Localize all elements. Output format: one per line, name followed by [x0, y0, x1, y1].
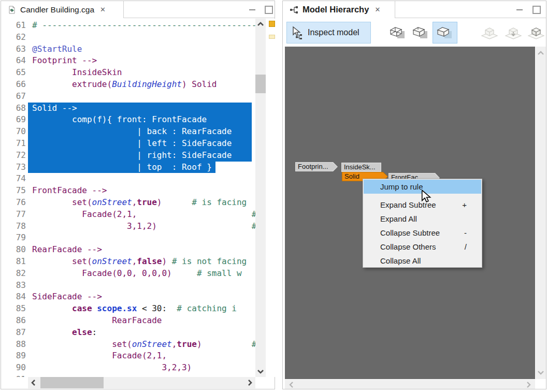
- code-line: 84SideFacade -->: [1, 291, 255, 303]
- zoom-model-icon: [480, 25, 499, 40]
- line-number: 67: [1, 91, 26, 103]
- code-line: 69 comp(f){ front: FrontFacade: [1, 114, 255, 126]
- code-line: 61# ------------------------------------…: [1, 20, 255, 32]
- frame-model-icon: [504, 25, 523, 40]
- close-icon[interactable]: ✕: [375, 6, 380, 13]
- menu-item[interactable]: Expand All: [364, 212, 481, 226]
- line-number: 73: [1, 162, 26, 173]
- line-number: 66: [1, 79, 26, 91]
- code-line: 77 Facade(2,1, # fl: [1, 209, 255, 221]
- editor-vscroll-thumb[interactable]: [255, 75, 266, 93]
- hierarchy-vertical-scrollbar[interactable]: [536, 47, 546, 379]
- scroll-left-icon[interactable]: [28, 379, 38, 387]
- hierarchy-node[interactable]: Footprin...: [295, 162, 338, 171]
- minimize-icon[interactable]: [516, 9, 523, 10]
- line-number: 85: [1, 303, 26, 315]
- minimize-icon[interactable]: [249, 9, 255, 10]
- line-number: 80: [1, 244, 26, 256]
- hierarchy-horizontal-scrollbar[interactable]: [285, 380, 535, 389]
- code-line: 74: [1, 173, 255, 185]
- editor-hscroll-thumb[interactable]: [40, 377, 104, 388]
- scroll-down-icon[interactable]: [536, 369, 546, 377]
- box-halfshaded-icon: [412, 25, 429, 40]
- code-line: 90 3,2,3): [1, 362, 255, 374]
- frame-model-button[interactable]: [502, 22, 525, 43]
- box-wireframe-button[interactable]: [386, 22, 409, 43]
- inspect-model-label: Inspect model: [308, 28, 359, 37]
- code-line: 63@StartRule: [1, 43, 255, 55]
- code-line: 86 RearFacade: [1, 315, 255, 327]
- line-number: 65: [1, 67, 26, 79]
- code-area[interactable]: 61# ------------------------------------…: [1, 19, 255, 377]
- code-line: 67: [1, 91, 255, 103]
- code-line: 83: [1, 280, 255, 292]
- line-number: 68: [1, 103, 26, 114]
- line-number: 79: [1, 232, 26, 244]
- code-line: 79: [1, 232, 255, 244]
- menu-item[interactable]: Collapse Others/: [364, 240, 481, 254]
- code-line: 75FrontFacade -->: [1, 185, 255, 197]
- scroll-up-icon[interactable]: [255, 20, 266, 28]
- isolate-model-button[interactable]: [525, 22, 547, 43]
- inspect-model-button[interactable]: Inspect model: [286, 22, 371, 43]
- line-number: 62: [1, 32, 26, 43]
- editor-horizontal-scrollbar[interactable]: [28, 377, 255, 388]
- node-label: InsideSk...: [344, 163, 376, 172]
- annotation-marker[interactable]: [269, 35, 275, 39]
- line-number: 89: [1, 350, 26, 362]
- hierarchy-canvas[interactable]: Footprin...InsideSk...SolidFrontFac... J…: [285, 47, 535, 379]
- mouse-cursor-icon: [421, 190, 432, 204]
- maximize-icon[interactable]: [532, 6, 541, 14]
- line-number: 90: [1, 362, 26, 374]
- code-line: 78 3,1,2) # fl: [1, 221, 255, 233]
- editor-tab[interactable]: Candler Building.cga ✕: [1, 1, 130, 18]
- annotation-marker[interactable]: [269, 21, 275, 27]
- node-label: Solid: [344, 172, 359, 181]
- isolate-model-icon: [527, 25, 545, 40]
- line-number: 78: [1, 221, 26, 233]
- zoom-model-button[interactable]: [478, 22, 501, 43]
- hierarchy-icon: [290, 6, 298, 14]
- line-number: 70: [1, 126, 26, 138]
- model-hierarchy-tab[interactable]: Model Hierarchy ✕: [283, 1, 401, 18]
- code-line: 65 InsideSkin: [1, 67, 255, 79]
- scroll-down-icon[interactable]: [255, 368, 266, 376]
- code-line: 66 extrude(BuildingHeight) Solid: [1, 79, 255, 91]
- menu-item[interactable]: Collapse All: [364, 254, 481, 268]
- maximize-icon[interactable]: [265, 6, 273, 14]
- scroll-left-icon[interactable]: [286, 381, 296, 389]
- model-hierarchy-tab-title: Model Hierarchy: [303, 5, 369, 14]
- box-solid-icon: [437, 25, 453, 40]
- code-line: 68Solid -->: [1, 103, 255, 114]
- inspect-cursor-icon: [290, 26, 304, 39]
- line-number: 74: [1, 173, 26, 185]
- scroll-right-icon[interactable]: [245, 379, 255, 387]
- line-number: 63: [1, 43, 26, 55]
- overview-ruler: [266, 19, 275, 377]
- box-wireframe-icon: [390, 25, 406, 40]
- model-hierarchy-panel: Model Hierarchy ✕ Inspect model: [282, 1, 546, 389]
- menu-item[interactable]: Collapse Subtree-: [364, 226, 481, 240]
- editor-vertical-scrollbar[interactable]: [255, 19, 266, 377]
- scroll-right-icon[interactable]: [524, 381, 534, 389]
- code-line: 76 set(onStreet,true) # is facing: [1, 197, 255, 209]
- editor-tab-title: Candler Building.cga: [20, 5, 94, 14]
- box-solid-button[interactable]: [433, 22, 457, 43]
- close-icon[interactable]: ✕: [100, 6, 106, 13]
- box-halfshaded-button[interactable]: [409, 22, 432, 43]
- code-line: 64Footprint -->: [1, 55, 255, 67]
- code-line: 85 case scope.sx < 30: # catching i: [1, 303, 255, 315]
- scroll-up-icon[interactable]: [536, 49, 546, 57]
- code-line: 72 | right: SideFacade: [1, 150, 255, 162]
- code-line: 70 | back : RearFacade: [1, 126, 255, 138]
- line-number: 84: [1, 291, 26, 303]
- code-line: 81 set(onStreet,false) # is not facing: [1, 256, 255, 268]
- hierarchy-node[interactable]: InsideSk...: [341, 163, 381, 172]
- line-number: 86: [1, 315, 26, 327]
- line-number: 75: [1, 185, 26, 197]
- cga-file-icon: [8, 6, 16, 14]
- line-number: 71: [1, 138, 26, 150]
- line-number: 61: [1, 20, 26, 32]
- code-line: 80RearFacade -->: [1, 244, 255, 256]
- code-line: 89 Facade(2,1,: [1, 350, 255, 362]
